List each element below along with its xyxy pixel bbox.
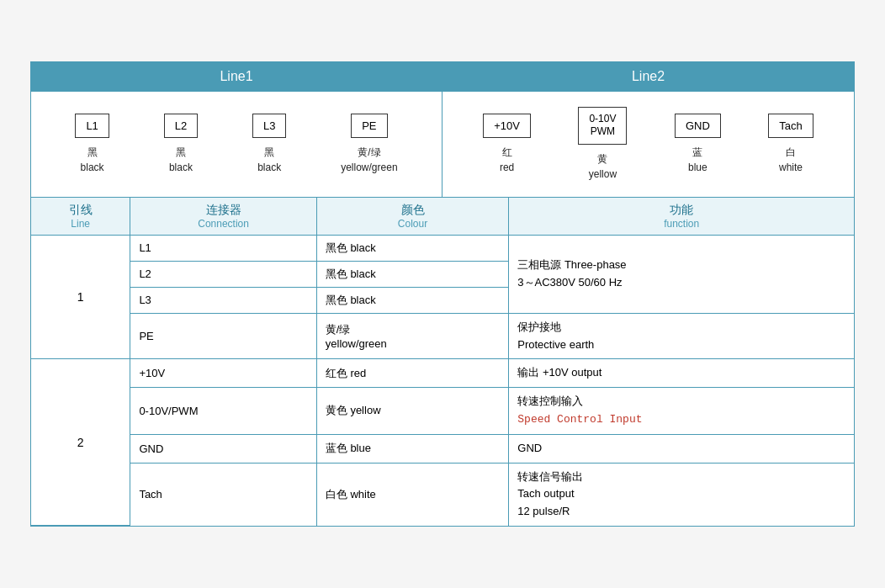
col-line-en: Line xyxy=(40,218,121,230)
connector-label-Tach: 白white xyxy=(779,145,803,175)
table-row: 0-10V/PWM 黄色 yellow 转速控制输入Speed Control … xyxy=(31,388,854,435)
color-Tach: 白色 white xyxy=(316,463,509,526)
table-header-row: 引线 Line 连接器 Connection 颜色 Colour 功能 func… xyxy=(31,198,854,236)
speed-control-code: Speed Control Input xyxy=(517,413,642,426)
line-num-2: 2 xyxy=(31,359,130,526)
header-row: Line1 Line2 xyxy=(31,62,854,92)
table-row: 2 +10V 红色 red 输出 +10V output xyxy=(31,359,854,388)
function-L1-L3: 三相电源 Three-phase3～AC380V 50/60 Hz xyxy=(509,235,854,313)
connector-label-PWM: 黄yellow xyxy=(589,151,617,182)
connection-L1: L1 xyxy=(130,235,316,261)
connector-label-L3: 黑black xyxy=(257,145,281,175)
connection-L2: L2 xyxy=(130,261,316,287)
col-function-header: 功能 function xyxy=(509,198,854,236)
col-func-en: function xyxy=(517,218,845,230)
color-PWM: 黄色 yellow xyxy=(316,388,509,435)
connector-label-PE: 黄/绿yellow/green xyxy=(341,145,397,175)
connection-Tach: Tach xyxy=(130,463,316,526)
col-conn-en: Connection xyxy=(139,218,307,230)
col-line-zh: 引线 xyxy=(40,203,121,218)
function-GND: GND xyxy=(509,434,854,463)
line2-diagram: +10V 红red 0-10VPWM 黄yellow GND 蓝blue Tac… xyxy=(442,92,854,197)
function-Tach: 转速信号输出Tach output12 pulse/R xyxy=(509,463,854,526)
table-row: GND 蓝色 blue GND xyxy=(31,434,854,463)
connector-label-L2: 黑black xyxy=(169,145,193,175)
col-connection-header: 连接器 Connection xyxy=(130,198,316,236)
connector-10V: +10V 红red xyxy=(483,114,531,175)
col-color-header: 颜色 Colour xyxy=(316,198,509,236)
connector-box-PE: PE xyxy=(351,114,387,138)
table-row: 1 L1 黑色 black 三相电源 Three-phase3～AC380V 5… xyxy=(31,235,854,261)
connection-L3: L3 xyxy=(130,287,316,313)
color-PE: 黄/绿yellow/green xyxy=(316,313,509,359)
diagram-row: L1 黑black L2 黑black L3 黑black PE 黄/绿yell… xyxy=(31,92,854,198)
function-PWM: 转速控制输入Speed Control Input xyxy=(509,388,854,435)
line2-header: Line2 xyxy=(442,62,854,91)
connector-label-GND: 蓝blue xyxy=(688,145,707,175)
line1-diagram: L1 黑black L2 黑black L3 黑black PE 黄/绿yell… xyxy=(31,92,442,197)
connector-box-L3: L3 xyxy=(252,114,286,138)
color-L3: 黑色 black xyxy=(316,287,509,313)
table-wrapper: 引线 Line 连接器 Connection 颜色 Colour 功能 func… xyxy=(31,198,854,527)
col-line-header: 引线 Line xyxy=(31,198,130,236)
connector-box-L2: L2 xyxy=(164,114,198,138)
connector-box-GND: GND xyxy=(675,114,721,138)
connector-label-L1: 黑black xyxy=(81,145,104,175)
connection-PE: PE xyxy=(130,313,316,359)
col-color-en: Colour xyxy=(326,218,501,230)
line-num-1: 1 xyxy=(31,235,130,359)
connector-box-PWM: 0-10VPWM xyxy=(578,107,627,145)
table-row: Tach 白色 white 转速信号输出Tach output12 pulse/… xyxy=(31,463,854,526)
color-10V: 红色 red xyxy=(316,359,509,388)
main-container: Line1 Line2 L1 黑black L2 黑black L3 黑blac… xyxy=(30,61,855,527)
connection-GND: GND xyxy=(130,434,316,463)
color-L2: 黑色 black xyxy=(316,261,509,287)
color-L1: 黑色 black xyxy=(316,235,509,261)
connector-box-L1: L1 xyxy=(75,114,109,138)
connection-PWM: 0-10V/PWM xyxy=(130,388,316,435)
connector-label-10V: 红red xyxy=(500,145,514,175)
connector-GND: GND 蓝blue xyxy=(675,114,721,175)
line1-header: Line1 xyxy=(31,62,442,91)
connector-L3: L3 黑black xyxy=(252,114,286,175)
connector-PE: PE 黄/绿yellow/green xyxy=(341,114,397,175)
col-conn-zh: 连接器 xyxy=(139,203,307,218)
connector-PWM: 0-10VPWM 黄yellow xyxy=(578,107,627,182)
color-GND: 蓝色 blue xyxy=(316,434,509,463)
connector-L1: L1 黑black xyxy=(75,114,109,175)
function-PE: 保护接地Protective earth xyxy=(509,313,854,359)
col-func-zh: 功能 xyxy=(517,203,845,218)
connector-box-Tach: Tach xyxy=(768,114,813,138)
col-color-zh: 颜色 xyxy=(326,203,501,218)
function-10V: 输出 +10V output xyxy=(509,359,854,388)
connection-10V: +10V xyxy=(130,359,316,388)
wiring-table: 引线 Line 连接器 Connection 颜色 Colour 功能 func… xyxy=(31,198,854,527)
table-row: PE 黄/绿yellow/green 保护接地Protective earth xyxy=(31,313,854,359)
connector-L2: L2 黑black xyxy=(164,114,198,175)
connector-box-10V: +10V xyxy=(483,114,531,138)
connector-Tach: Tach 白white xyxy=(768,114,813,175)
